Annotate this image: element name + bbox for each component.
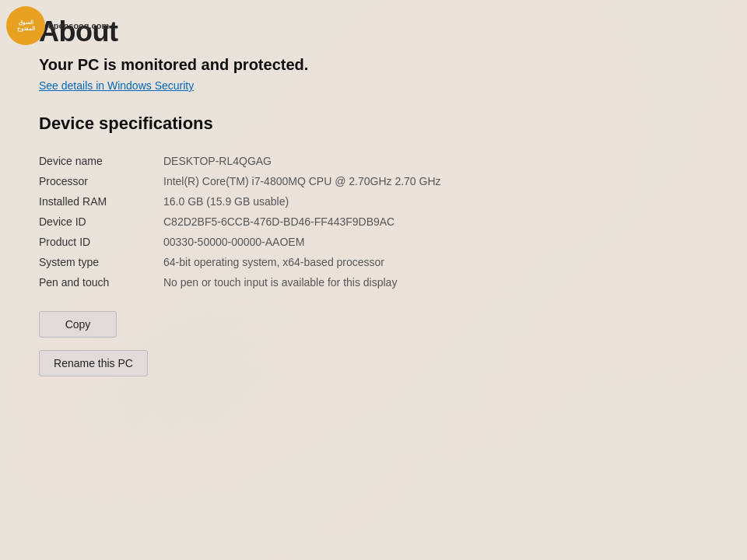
spec-label: Device name [39,151,163,171]
spec-label: Device ID [39,212,163,232]
table-row: Device name DESKTOP-RL4QGAG [39,151,716,171]
security-status: Your PC is monitored and protected. [39,56,716,74]
watermark: السوقالمفتوح opensooq.com [6,6,109,45]
settings-panel: About Your PC is monitored and protected… [0,0,747,560]
table-row: Installed RAM 16.0 GB (15.9 GB usable) [39,191,716,212]
opensooq-text: opensooq.com [48,21,109,30]
table-row: Product ID 00330-50000-00000-AAOEM [39,232,716,252]
spec-value: No pen or touch input is available for t… [163,272,716,292]
page-title: About [39,16,716,48]
rename-button[interactable]: Rename this PC [39,350,148,376]
table-row: Processor Intel(R) Core(TM) i7-4800MQ CP… [39,171,716,191]
table-row: Pen and touch No pen or touch input is a… [39,272,716,292]
specs-table: Device name DESKTOP-RL4QGAG Processor In… [39,151,716,292]
spec-value: DESKTOP-RL4QGAG [163,151,716,171]
spec-value: 00330-50000-00000-AAOEM [163,232,716,252]
spec-label: Product ID [39,232,163,252]
section-title: Device specifications [39,114,716,134]
spec-value: 16.0 GB (15.9 GB usable) [163,191,716,212]
table-row: System type 64-bit operating system, x64… [39,252,716,272]
spec-value: 64-bit operating system, x64-based proce… [163,252,716,272]
opensooq-logo: السوقالمفتوح [6,6,45,45]
spec-label: System type [39,252,163,272]
spec-label: Processor [39,171,163,191]
spec-value: C82D2BF5-6CCB-476D-BD46-FF443F9DB9AC [163,212,716,232]
security-link[interactable]: See details in Windows Security [39,79,194,92]
copy-button[interactable]: Copy [39,311,117,338]
spec-label: Installed RAM [39,191,163,212]
spec-value: Intel(R) Core(TM) i7-4800MQ CPU @ 2.70GH… [163,171,716,191]
spec-label: Pen and touch [39,272,163,292]
table-row: Device ID C82D2BF5-6CCB-476D-BD46-FF443F… [39,212,716,232]
